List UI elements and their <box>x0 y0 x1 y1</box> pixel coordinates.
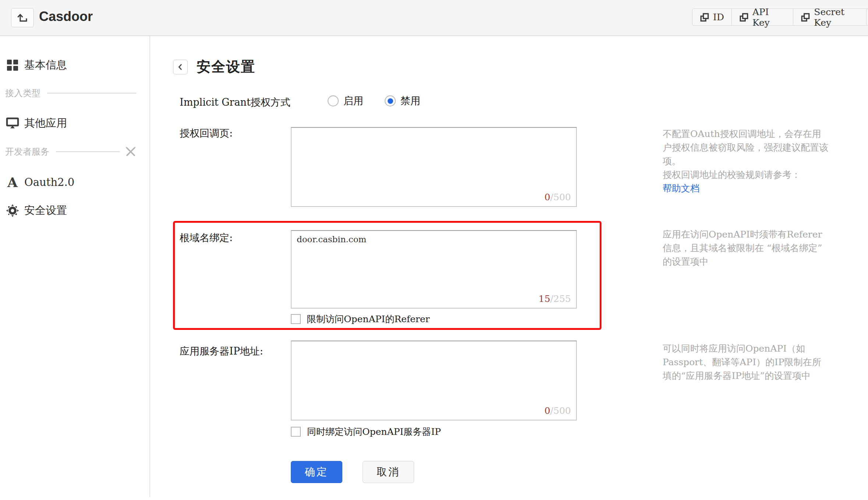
help-line: 授权回调地址的校验规则请参考： <box>663 169 801 180</box>
root-domain-label: 根域名绑定: <box>180 231 233 244</box>
help-line: 应用在访问OpenAPI时须带有Referer信息，且其域名被限制在 “根域名绑… <box>663 229 822 267</box>
help-doc-link[interactable]: 帮助文档 <box>663 183 699 194</box>
checkbox-label: 限制访问OpenAPI的Referer <box>307 313 430 325</box>
callback-url-field: 0/500 <box>291 127 577 207</box>
copy-icon <box>801 13 810 22</box>
partial-button-edge <box>866 8 868 26</box>
grid-icon <box>5 58 20 73</box>
server-ip-field: 0/500 <box>291 341 577 420</box>
callback-help-text: 不配置OAuth授权回调地址，会存在用户授权信息被窃取风险，强烈建议配置该项。 … <box>663 127 830 195</box>
arrow-up-exit-icon <box>16 12 29 23</box>
page-title: 安全设置 <box>197 57 255 76</box>
sidebar-item-basic-info[interactable]: 基本信息 <box>0 56 149 74</box>
oauth-a-icon: A <box>5 175 20 190</box>
sidebar-item-label: 其他应用 <box>24 116 67 131</box>
top-header: Casdoor ID API Key Secret Key <box>0 0 868 36</box>
main-content: 安全设置 Implicit Grant授权方式 启用 禁用 授权回调页: 0/5… <box>150 36 868 500</box>
root-domain-field: door.casbin.com 15/255 <box>291 230 577 309</box>
copy-icon <box>739 13 749 22</box>
sidebar-item-label: 基本信息 <box>24 58 67 73</box>
back-to-apps-button[interactable] <box>11 8 34 27</box>
callback-url-textarea[interactable] <box>291 127 577 207</box>
server-ip-help-text: 可以同时将应用访问OpenAPI（如Passport、翻译等API）的IP限制在… <box>663 342 830 383</box>
confirm-button[interactable]: 确定 <box>291 461 342 483</box>
page-title-row: 安全设置 <box>173 57 255 76</box>
app-title: Casdoor <box>39 9 93 24</box>
back-button[interactable] <box>173 60 188 74</box>
divider-label: 开发者服务 <box>5 146 49 158</box>
radio-label: 禁用 <box>401 94 420 108</box>
copy-icon <box>700 13 709 22</box>
sidebar-nav: 基本信息 接入类型 其他应用 开发者服务 A Oauth2.0 <box>0 36 150 497</box>
root-domain-textarea[interactable]: door.casbin.com <box>291 230 577 309</box>
gear-icon <box>5 203 20 218</box>
sidebar-item-label: Oauth2.0 <box>24 176 74 189</box>
help-line: 不配置OAuth授权回调地址，会存在用户授权信息被窃取风险，强烈建议配置该项。 <box>663 128 828 166</box>
cancel-button[interactable]: 取消 <box>363 461 414 483</box>
referer-restrict-checkbox-row[interactable]: 限制访问OpenAPI的Referer <box>291 313 430 325</box>
credential-copy-button-group: ID API Key Secret Key <box>692 8 868 26</box>
radio-selected-icon[interactable] <box>385 95 396 106</box>
sidebar-divider-developer-services: 开发者服务 <box>0 143 149 161</box>
sidebar-divider-access-type: 接入类型 <box>0 84 149 102</box>
implicit-grant-radio-group: 启用 禁用 <box>328 94 442 108</box>
sidebar-item-security-settings[interactable]: 安全设置 <box>0 202 149 219</box>
chevron-left-icon <box>176 63 184 71</box>
copy-id-button[interactable]: ID <box>692 8 732 26</box>
divider-label: 接入类型 <box>5 87 40 99</box>
copy-secret-key-button[interactable]: Secret Key <box>793 8 868 26</box>
implicit-grant-label: Implicit Grant授权方式 <box>180 96 290 109</box>
sidebar-item-oauth2[interactable]: A Oauth2.0 <box>0 173 149 191</box>
checkbox-label: 同时绑定访问OpenAPI服务器IP <box>307 426 441 438</box>
help-line: 可以同时将应用访问OpenAPI（如Passport、翻译等API）的IP限制在… <box>663 343 821 381</box>
monitor-icon <box>5 116 20 131</box>
server-ip-textarea[interactable] <box>291 341 577 420</box>
copy-secret-key-label: Secret Key <box>814 7 860 28</box>
bind-openapi-ip-checkbox-row[interactable]: 同时绑定访问OpenAPI服务器IP <box>291 426 441 438</box>
copy-api-key-label: API Key <box>752 7 786 28</box>
radio-option-enable[interactable]: 启用 <box>328 94 363 108</box>
sidebar-item-other-apps[interactable]: 其他应用 <box>0 115 149 132</box>
radio-option-disable[interactable]: 禁用 <box>385 94 420 108</box>
radio-unselected-icon[interactable] <box>328 95 339 106</box>
callback-url-label: 授权回调页: <box>180 127 233 140</box>
server-ip-label: 应用服务器IP地址: <box>180 345 263 358</box>
checkbox-unchecked-icon[interactable] <box>291 427 301 437</box>
checkbox-unchecked-icon[interactable] <box>291 314 301 324</box>
root-domain-help-text: 应用在访问OpenAPI时须带有Referer信息，且其域名被限制在 “根域名绑… <box>663 228 830 268</box>
radio-label: 启用 <box>343 94 363 108</box>
copy-api-key-button[interactable]: API Key <box>732 8 793 26</box>
sidebar-item-label: 安全设置 <box>24 203 67 218</box>
divider-line <box>47 93 136 94</box>
divider-line <box>56 151 120 152</box>
copy-id-label: ID <box>713 12 724 22</box>
tools-icon <box>125 146 136 157</box>
